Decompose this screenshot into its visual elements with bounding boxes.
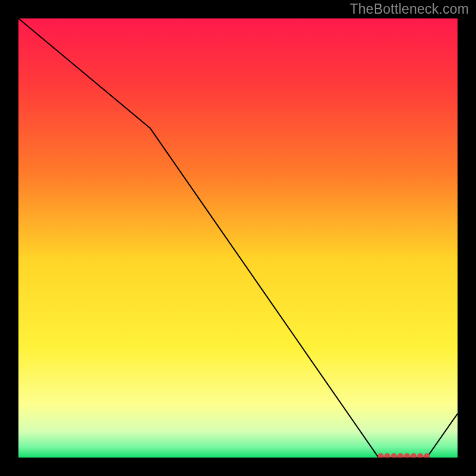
attribution-text: TheBottleneck.com xyxy=(350,1,469,17)
chart-background xyxy=(18,18,458,458)
chart-svg xyxy=(18,18,458,458)
chart-area xyxy=(18,18,458,458)
